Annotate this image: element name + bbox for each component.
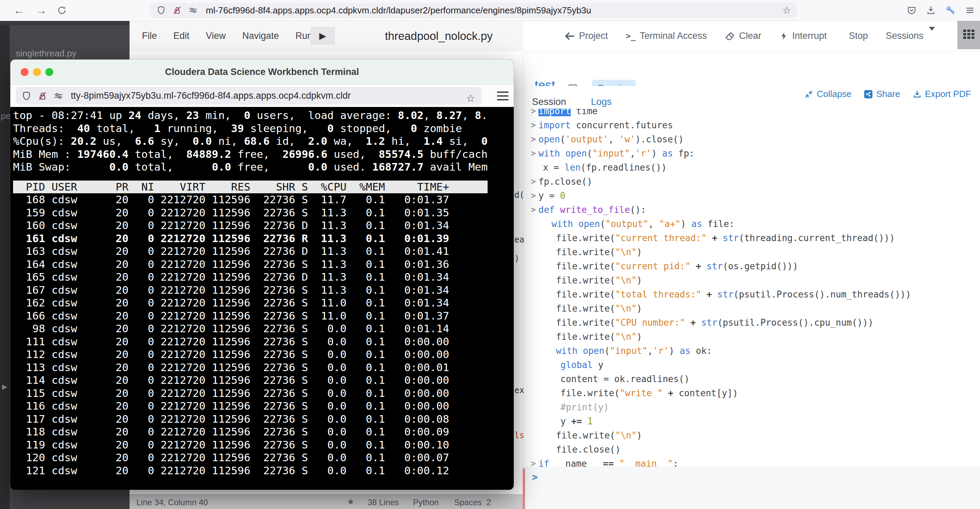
sessions-button[interactable]: Sessions [886,30,935,41]
top-summary-line: top - 08:27:41 up 24 days, 23 min, 0 use… [13,109,514,122]
permissions-icon[interactable] [53,91,64,101]
cursor-position: Line 34, Column 40 [137,498,208,507]
top-process-row: 166 cdsw 20 0 2212720 112596 22736 S 11.… [13,310,514,322]
menu-file[interactable]: File [142,30,157,41]
top-process-row: 111 cdsw 20 0 2212720 112596 22736 S 0.0… [13,335,514,348]
tab-session[interactable]: Session [532,96,566,107]
shield-icon [21,91,32,101]
toolbar-label: Clear [739,30,762,41]
browser-chrome: ← → ml-76cf996d-8f4.apps.apps.ocp4.cdpkv… [0,0,980,21]
top-process-row: 121 cdsw 20 0 2212720 112596 22736 S 0.0… [13,464,514,477]
top-process-row: 117 cdsw 20 0 2212720 112596 22736 S 0.0… [13,413,514,426]
indent-indicator[interactable]: Spaces 2 [454,498,491,507]
code-line: >if __name__ == "__main__": [523,456,973,467]
menu-run[interactable]: Run [296,30,313,41]
code-line: #print(y) [523,400,973,414]
top-summary-line: %Cpu(s): 20.2 us, 6.6 sy, 0.0 ni, 68.6 i… [13,135,514,148]
code-line: global y [523,358,973,372]
top-process-row: 114 cdsw 20 0 2212720 112596 22736 S 0.0… [13,374,514,387]
code-line: file.write("\n") [523,301,973,315]
toolbar-label: Interrupt [792,30,827,41]
menu-edit[interactable]: Edit [173,30,190,41]
terminal-screen[interactable]: top - 08:27:41 up 24 days, 23 min, 0 use… [10,107,514,490]
collapse-button[interactable]: Collapse [804,89,851,99]
stop-button[interactable]: Stop [845,30,868,41]
code-line: x = len(fp.readlines()) [523,160,973,174]
code-line: y += 1 [523,414,973,428]
top-process-row: 120 cdsw 20 0 2212720 112596 22736 S 0.0… [13,451,514,464]
lock-disabled-icon[interactable] [172,5,182,15]
top-process-row: 159 cdsw 20 0 2212720 112596 22736 S 11.… [13,206,514,219]
code-line: >open('output', 'w').close() [523,132,973,146]
reload-icon[interactable] [54,3,69,18]
terminal-prompt-icon: >_ [626,30,636,41]
console-prompt[interactable]: > [523,467,980,509]
toolbar-label: Terminal Access [640,30,707,41]
run-play-button[interactable]: ▶ [310,27,335,45]
export-pdf-button[interactable]: Export PDF [913,89,971,99]
collapse-arrows-icon [804,90,813,99]
pocket-icon[interactable] [907,5,917,16]
session-toolbar: Project>_Terminal AccessClearInterruptSt… [523,21,980,52]
forward-icon[interactable]: → [34,3,49,18]
bookmark-star-icon[interactable]: ☆ [783,5,791,16]
language-indicator[interactable]: Python [413,498,439,507]
clipped-code-fragment: ls [514,431,524,440]
terminal-url-bar[interactable]: tty-8pim59ajyx75yb3u.ml-76cf996d-8f4.app… [16,87,482,105]
sidebar-open-file[interactable]: singlethread.py [16,48,76,59]
app-switcher-strip [957,21,980,49]
back-icon[interactable]: ← [11,3,27,18]
top-process-row: 163 cdsw 20 0 2212720 112596 22736 D 11.… [13,245,514,258]
caret-down-icon [928,30,935,41]
project-button[interactable]: Project [565,30,608,41]
menu-hamburger-icon[interactable] [965,5,975,16]
terminal-url-row: tty-8pim59ajyx75yb3u.ml-76cf996d-8f4.app… [10,85,514,107]
permissions-icon[interactable] [188,5,198,15]
arrow-left-icon [565,31,575,41]
menu-hamburger-icon[interactable] [497,91,509,101]
prompt-chevron-icon: > [532,472,538,483]
top-process-row: 164 cdsw 20 0 2212720 112596 22736 S 11.… [13,258,514,271]
terminal-titlebar[interactable]: Cloudera Data Science Workbench Terminal [10,59,514,85]
code-line: >y = 0 [523,188,973,203]
sidebar-expand-icon[interactable]: ▶ [2,383,7,391]
url-bar[interactable]: ml-76cf996d-8f4.apps.apps.ocp4.cdpkvm.cl… [150,3,797,18]
clipped-code-fragment: ea [514,235,524,244]
toolbar-label: Project [579,30,608,41]
menu-view[interactable]: View [206,30,226,41]
terminal-window: Cloudera Data Science Workbench Terminal… [10,59,514,490]
screen: ← → ml-76cf996d-8f4.apps.apps.ocp4.cdpkv… [0,0,980,509]
terminal-url-text[interactable]: tty-8pim59ajyx75yb3u.ml-76cf996d-8f4.app… [71,91,351,101]
password-key-icon[interactable] [945,5,956,16]
code-line: file.write("current thread:" + str(threa… [523,231,973,245]
menu-navigate[interactable]: Navigate [242,30,279,41]
clipped-code-fragment: ) [514,254,519,263]
code-line: file.write("\n") [523,245,973,259]
clipped-code-fragment: d( [514,190,524,200]
eraser-icon [725,31,735,41]
star-icon[interactable]: ★ [347,497,355,507]
top-summary-line: MiB Mem : 197460.4 total, 84889.2 free, … [13,148,514,161]
bookmark-star-icon[interactable]: ☆ [466,92,475,104]
code-line: >import concurrent.futures [523,118,973,132]
share-button[interactable]: Share [864,89,900,99]
download-icon [913,90,921,99]
interrupt-button[interactable]: Interrupt [780,30,827,41]
code-line: file.write("\n") [523,273,973,287]
terminal-access-button[interactable]: >_Terminal Access [626,30,707,41]
top-process-row: 113 cdsw 20 0 2212720 112596 22736 S 0.0… [13,361,514,374]
code-line: file.write("current pid:" + str(os.getpi… [523,259,973,273]
lock-disabled-icon[interactable] [37,91,48,101]
downloads-icon[interactable] [926,5,936,16]
grid-icon[interactable] [963,30,975,40]
url-text[interactable]: ml-76cf996d-8f4.apps.apps.ocp4.cdpkvm.cl… [206,5,591,16]
code-line: file.write("\n") [523,428,973,442]
toolbar-label: Sessions [886,30,924,41]
top-process-row: 167 cdsw 20 0 2212720 112596 22736 S 11.… [13,284,514,297]
code-line: >with open("input",'r') as fp: [523,146,973,160]
tab-logs[interactable]: Logs [591,96,612,107]
code-line: with open("output", "a+") as file: [523,217,973,231]
top-process-row: 118 cdsw 20 0 2212720 112596 22736 S 0.0… [13,425,514,439]
top-summary-line: Threads: 40 total, 1 running, 39 sleepin… [13,122,514,135]
clear-button[interactable]: Clear [725,30,762,41]
